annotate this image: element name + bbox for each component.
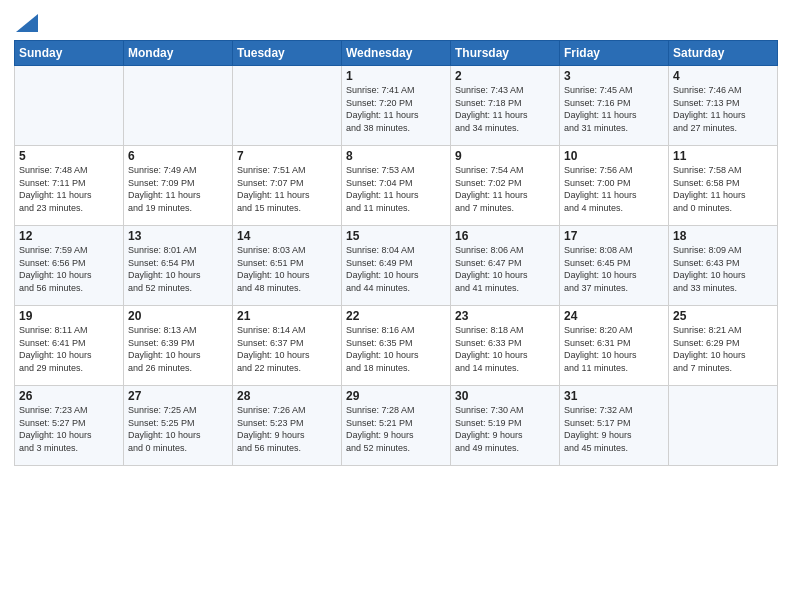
day-number: 30: [455, 389, 555, 403]
day-info: Sunrise: 7:32 AM Sunset: 5:17 PM Dayligh…: [564, 404, 664, 454]
day-info: Sunrise: 8:03 AM Sunset: 6:51 PM Dayligh…: [237, 244, 337, 294]
calendar-cell: 25Sunrise: 8:21 AM Sunset: 6:29 PM Dayli…: [669, 306, 778, 386]
calendar-cell: 1Sunrise: 7:41 AM Sunset: 7:20 PM Daylig…: [342, 66, 451, 146]
day-info: Sunrise: 8:09 AM Sunset: 6:43 PM Dayligh…: [673, 244, 773, 294]
week-row-1: 1Sunrise: 7:41 AM Sunset: 7:20 PM Daylig…: [15, 66, 778, 146]
calendar-cell: 15Sunrise: 8:04 AM Sunset: 6:49 PM Dayli…: [342, 226, 451, 306]
day-number: 21: [237, 309, 337, 323]
day-info: Sunrise: 7:23 AM Sunset: 5:27 PM Dayligh…: [19, 404, 119, 454]
day-number: 26: [19, 389, 119, 403]
day-info: Sunrise: 7:25 AM Sunset: 5:25 PM Dayligh…: [128, 404, 228, 454]
calendar-header: SundayMondayTuesdayWednesdayThursdayFrid…: [15, 41, 778, 66]
day-info: Sunrise: 7:28 AM Sunset: 5:21 PM Dayligh…: [346, 404, 446, 454]
calendar-cell: 3Sunrise: 7:45 AM Sunset: 7:16 PM Daylig…: [560, 66, 669, 146]
calendar-cell: 20Sunrise: 8:13 AM Sunset: 6:39 PM Dayli…: [124, 306, 233, 386]
calendar-cell: 2Sunrise: 7:43 AM Sunset: 7:18 PM Daylig…: [451, 66, 560, 146]
svg-marker-0: [16, 14, 38, 32]
day-number: 29: [346, 389, 446, 403]
day-info: Sunrise: 8:14 AM Sunset: 6:37 PM Dayligh…: [237, 324, 337, 374]
day-info: Sunrise: 7:51 AM Sunset: 7:07 PM Dayligh…: [237, 164, 337, 214]
weekday-header-saturday: Saturday: [669, 41, 778, 66]
calendar-cell: 22Sunrise: 8:16 AM Sunset: 6:35 PM Dayli…: [342, 306, 451, 386]
day-info: Sunrise: 7:43 AM Sunset: 7:18 PM Dayligh…: [455, 84, 555, 134]
day-number: 31: [564, 389, 664, 403]
day-number: 23: [455, 309, 555, 323]
day-number: 13: [128, 229, 228, 243]
logo: [14, 14, 38, 34]
calendar-cell: 11Sunrise: 7:58 AM Sunset: 6:58 PM Dayli…: [669, 146, 778, 226]
day-number: 22: [346, 309, 446, 323]
calendar-cell: 21Sunrise: 8:14 AM Sunset: 6:37 PM Dayli…: [233, 306, 342, 386]
day-info: Sunrise: 8:06 AM Sunset: 6:47 PM Dayligh…: [455, 244, 555, 294]
calendar-cell: 14Sunrise: 8:03 AM Sunset: 6:51 PM Dayli…: [233, 226, 342, 306]
week-row-5: 26Sunrise: 7:23 AM Sunset: 5:27 PM Dayli…: [15, 386, 778, 466]
day-info: Sunrise: 8:16 AM Sunset: 6:35 PM Dayligh…: [346, 324, 446, 374]
day-number: 20: [128, 309, 228, 323]
weekday-header-monday: Monday: [124, 41, 233, 66]
header: [14, 10, 778, 34]
calendar-cell: 19Sunrise: 8:11 AM Sunset: 6:41 PM Dayli…: [15, 306, 124, 386]
calendar-cell: 18Sunrise: 8:09 AM Sunset: 6:43 PM Dayli…: [669, 226, 778, 306]
day-info: Sunrise: 7:53 AM Sunset: 7:04 PM Dayligh…: [346, 164, 446, 214]
day-number: 14: [237, 229, 337, 243]
day-number: 27: [128, 389, 228, 403]
day-number: 12: [19, 229, 119, 243]
calendar-cell: 24Sunrise: 8:20 AM Sunset: 6:31 PM Dayli…: [560, 306, 669, 386]
calendar-cell: 5Sunrise: 7:48 AM Sunset: 7:11 PM Daylig…: [15, 146, 124, 226]
weekday-row: SundayMondayTuesdayWednesdayThursdayFrid…: [15, 41, 778, 66]
day-number: 7: [237, 149, 337, 163]
day-info: Sunrise: 8:08 AM Sunset: 6:45 PM Dayligh…: [564, 244, 664, 294]
week-row-2: 5Sunrise: 7:48 AM Sunset: 7:11 PM Daylig…: [15, 146, 778, 226]
day-info: Sunrise: 7:30 AM Sunset: 5:19 PM Dayligh…: [455, 404, 555, 454]
day-number: 17: [564, 229, 664, 243]
calendar-cell: [233, 66, 342, 146]
day-info: Sunrise: 7:45 AM Sunset: 7:16 PM Dayligh…: [564, 84, 664, 134]
day-number: 9: [455, 149, 555, 163]
calendar-cell: 7Sunrise: 7:51 AM Sunset: 7:07 PM Daylig…: [233, 146, 342, 226]
day-number: 15: [346, 229, 446, 243]
day-number: 1: [346, 69, 446, 83]
calendar-cell: 12Sunrise: 7:59 AM Sunset: 6:56 PM Dayli…: [15, 226, 124, 306]
calendar-body: 1Sunrise: 7:41 AM Sunset: 7:20 PM Daylig…: [15, 66, 778, 466]
day-info: Sunrise: 8:18 AM Sunset: 6:33 PM Dayligh…: [455, 324, 555, 374]
day-info: Sunrise: 7:56 AM Sunset: 7:00 PM Dayligh…: [564, 164, 664, 214]
day-number: 4: [673, 69, 773, 83]
calendar-cell: 4Sunrise: 7:46 AM Sunset: 7:13 PM Daylig…: [669, 66, 778, 146]
day-number: 11: [673, 149, 773, 163]
day-number: 18: [673, 229, 773, 243]
day-info: Sunrise: 8:20 AM Sunset: 6:31 PM Dayligh…: [564, 324, 664, 374]
day-info: Sunrise: 7:54 AM Sunset: 7:02 PM Dayligh…: [455, 164, 555, 214]
day-number: 10: [564, 149, 664, 163]
calendar-table: SundayMondayTuesdayWednesdayThursdayFrid…: [14, 40, 778, 466]
weekday-header-thursday: Thursday: [451, 41, 560, 66]
day-number: 28: [237, 389, 337, 403]
calendar-cell: 31Sunrise: 7:32 AM Sunset: 5:17 PM Dayli…: [560, 386, 669, 466]
day-info: Sunrise: 8:01 AM Sunset: 6:54 PM Dayligh…: [128, 244, 228, 294]
day-info: Sunrise: 8:13 AM Sunset: 6:39 PM Dayligh…: [128, 324, 228, 374]
day-number: 6: [128, 149, 228, 163]
day-number: 8: [346, 149, 446, 163]
day-info: Sunrise: 7:46 AM Sunset: 7:13 PM Dayligh…: [673, 84, 773, 134]
day-info: Sunrise: 8:21 AM Sunset: 6:29 PM Dayligh…: [673, 324, 773, 374]
day-number: 24: [564, 309, 664, 323]
day-number: 3: [564, 69, 664, 83]
calendar-cell: 29Sunrise: 7:28 AM Sunset: 5:21 PM Dayli…: [342, 386, 451, 466]
weekday-header-wednesday: Wednesday: [342, 41, 451, 66]
day-info: Sunrise: 8:04 AM Sunset: 6:49 PM Dayligh…: [346, 244, 446, 294]
calendar-cell: 16Sunrise: 8:06 AM Sunset: 6:47 PM Dayli…: [451, 226, 560, 306]
calendar-cell: 28Sunrise: 7:26 AM Sunset: 5:23 PM Dayli…: [233, 386, 342, 466]
calendar-cell: [124, 66, 233, 146]
calendar-cell: 30Sunrise: 7:30 AM Sunset: 5:19 PM Dayli…: [451, 386, 560, 466]
day-number: 2: [455, 69, 555, 83]
calendar-cell: 13Sunrise: 8:01 AM Sunset: 6:54 PM Dayli…: [124, 226, 233, 306]
day-info: Sunrise: 7:48 AM Sunset: 7:11 PM Dayligh…: [19, 164, 119, 214]
weekday-header-sunday: Sunday: [15, 41, 124, 66]
calendar-cell: 27Sunrise: 7:25 AM Sunset: 5:25 PM Dayli…: [124, 386, 233, 466]
day-number: 5: [19, 149, 119, 163]
page-container: SundayMondayTuesdayWednesdayThursdayFrid…: [0, 0, 792, 612]
weekday-header-tuesday: Tuesday: [233, 41, 342, 66]
calendar-cell: [15, 66, 124, 146]
calendar-cell: 9Sunrise: 7:54 AM Sunset: 7:02 PM Daylig…: [451, 146, 560, 226]
day-number: 16: [455, 229, 555, 243]
day-info: Sunrise: 8:11 AM Sunset: 6:41 PM Dayligh…: [19, 324, 119, 374]
